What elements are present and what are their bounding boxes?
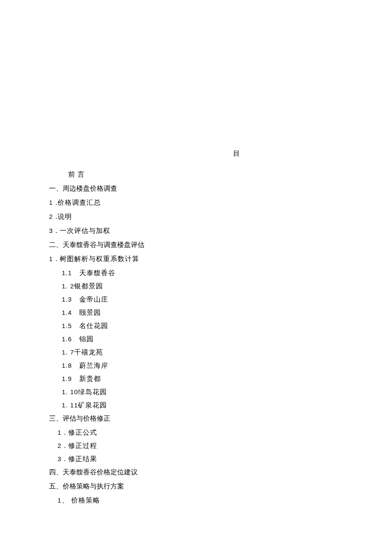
toc-sub2-text: . 修正公式 — [64, 429, 97, 436]
toc-subitem: 1. 7千禧龙苑 — [49, 348, 343, 357]
preface-line: 前 言 — [49, 170, 343, 179]
toc-subitem: 1.8 蔚兰海岸 — [49, 361, 343, 370]
toc-subtext: 千禧龙苑 — [74, 349, 103, 356]
toc-heading: 三、评估与价格修正 — [49, 414, 343, 423]
toc-sub2-number: 2 — [58, 442, 62, 449]
toc-subnumber: 1. 11 — [62, 401, 78, 409]
toc-subitem: 1. 2银都景园 — [49, 282, 343, 291]
toc-sub2-number: 1 — [58, 429, 62, 436]
toc-heading: 四、天泰馥香谷价格定位建议 — [49, 468, 343, 477]
toc-sub2-text: . 修正过程 — [64, 442, 97, 449]
toc-numbered: 1 . 树图解析与权重系数计算 — [49, 255, 343, 264]
toc-subnumber: 1.3 — [62, 296, 77, 303]
toc-heading: 一、周边楼盘价格调查 — [49, 184, 343, 193]
toc-subnumber: 1.8 — [62, 362, 77, 369]
toc-subnumber: 1.6 — [62, 335, 77, 343]
toc-subitem: 1.9 新贵都 — [49, 375, 343, 384]
toc-heading: 五、价格策略与执行方案 — [49, 482, 343, 491]
toc-subnumber: 1.1 — [62, 269, 77, 276]
toc-numbered: 2 .说明 — [49, 212, 343, 221]
toc-subtext: 矿泉花园 — [78, 401, 107, 409]
toc-subtext: 蔚兰海岸 — [79, 362, 108, 369]
toc-subnumber: 1.5 — [62, 322, 77, 329]
toc-subtext: 天泰馥香谷 — [79, 269, 115, 276]
toc-text: . 一次评估与加权 — [55, 227, 110, 234]
toc-sub2-number: 1、 — [58, 497, 69, 505]
toc-sub2-number: 3 — [58, 455, 62, 462]
toc-subtext: 金帝山庄 — [79, 296, 108, 303]
toc-subitem: 1.6 锦园 — [49, 335, 343, 344]
toc-subitem: 1. 11矿泉花园 — [49, 401, 343, 410]
toc-text: . 树图解析与权重系数计算 — [55, 255, 139, 262]
toc-subnumber: 1. 7 — [62, 349, 74, 356]
toc-subtext: 新贵都 — [79, 375, 101, 382]
toc-subitem: 1.4 颐景园 — [49, 308, 343, 317]
toc-number: 1 — [49, 199, 53, 206]
toc-subitem: 1.3 金帝山庄 — [49, 295, 343, 304]
toc-subitem: 1. 10绿岛花园 — [49, 388, 343, 397]
toc-number: 3 — [49, 227, 53, 234]
toc-subtext: 锦园 — [79, 335, 94, 343]
toc-subnumber: 1. 2 — [62, 282, 74, 290]
toc-number: 2 — [49, 213, 53, 220]
toc-subitem: 1.5 名仕花园 — [49, 322, 343, 331]
toc-sub2: 1 . 修正公式 — [49, 428, 343, 437]
toc-text: .价格调查汇总 — [55, 199, 101, 206]
toc-sub2: 3 . 修正结果 — [49, 455, 343, 464]
toc-body: 一、周边楼盘价格调查1 .价格调查汇总2 .说明3 . 一次评估与加权二、天泰馥… — [49, 184, 343, 505]
toc-subitem: 1.1 天泰馥香谷 — [49, 269, 343, 278]
toc-sub2-text: . 修正结果 — [64, 455, 97, 462]
toc-number: 1 — [49, 255, 53, 262]
toc-subnumber: 1. 10 — [62, 388, 78, 395]
toc-numbered: 3 . 一次评估与加权 — [49, 227, 343, 235]
toc-sub2-text: 价格策略 — [71, 497, 100, 504]
toc-sub2-cn: 1、 价格策略 — [49, 496, 343, 505]
toc-heading: 二、天泰馥香谷与调查楼盘评估 — [49, 241, 343, 250]
toc-subtext: 绿岛花园 — [78, 388, 107, 395]
toc-subtext: 名仕花园 — [79, 322, 108, 329]
document-page: 目 前 言 一、周边楼盘价格调查1 .价格调查汇总2 .说明3 . 一次评估与加… — [0, 0, 392, 505]
toc-subtext: 银都景园 — [74, 282, 103, 290]
toc-subnumber: 1.9 — [62, 375, 77, 382]
toc-subnumber: 1.4 — [62, 309, 77, 316]
toc-sub2: 2 . 修正过程 — [49, 442, 343, 450]
toc-numbered: 1 .价格调查汇总 — [49, 198, 343, 207]
toc-text: .说明 — [55, 213, 72, 220]
toc-header: 目 — [49, 149, 343, 158]
toc-subtext: 颐景园 — [79, 309, 101, 316]
